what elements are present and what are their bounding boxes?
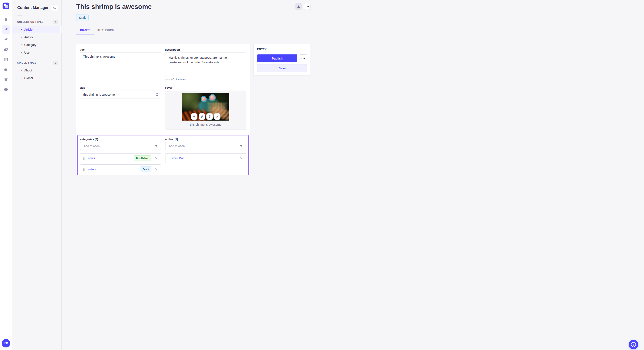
page-more-options-button[interactable] bbox=[304, 3, 310, 10]
sidebar-item-label: Global bbox=[24, 76, 33, 80]
author-field-label: author (1) bbox=[165, 138, 246, 141]
nav-releases-button[interactable] bbox=[2, 35, 10, 44]
link-icon bbox=[200, 115, 204, 118]
relation-row-nature: nature Draft bbox=[80, 164, 161, 174]
remove-relation-button[interactable] bbox=[155, 157, 158, 160]
nav-content-type-builder-button[interactable] bbox=[2, 55, 10, 64]
page-title: This shrimp is awesome bbox=[76, 3, 152, 11]
regenerate-slug-button[interactable] bbox=[154, 91, 160, 98]
search-icon bbox=[53, 6, 56, 9]
search-button[interactable] bbox=[51, 4, 58, 11]
cover-copy-link-button[interactable] bbox=[199, 113, 205, 120]
tab-published[interactable]: PUBLISHED bbox=[94, 27, 118, 34]
status-badge: Draft bbox=[76, 14, 88, 21]
remove-relation-button[interactable] bbox=[155, 168, 158, 171]
cover-delete-button[interactable] bbox=[206, 113, 213, 120]
sidebar-item-label: User bbox=[24, 51, 31, 54]
entry-more-options-button[interactable] bbox=[299, 54, 307, 62]
sidebar-item-label: About bbox=[24, 69, 32, 72]
nav-rail: KD bbox=[0, 0, 12, 175]
ellipsis-icon bbox=[302, 58, 305, 59]
sidebar-divider bbox=[17, 15, 22, 15]
bullet-icon bbox=[21, 78, 22, 78]
drag-handle-icon[interactable] bbox=[84, 157, 85, 160]
slug-input[interactable] bbox=[80, 91, 161, 98]
strapi-logo[interactable] bbox=[2, 2, 9, 9]
author-add-relation-combobox[interactable]: Add relation bbox=[165, 142, 246, 150]
trash-icon bbox=[208, 115, 211, 118]
chevron-down-icon bbox=[240, 146, 242, 147]
rail-nav bbox=[2, 15, 10, 94]
title-input[interactable] bbox=[80, 52, 161, 60]
categories-add-relation-combobox[interactable]: Add relation bbox=[80, 142, 161, 150]
sidebar-item-global[interactable]: Global bbox=[12, 74, 61, 82]
single-types-section: SINGLE TYPES 2 About Global bbox=[12, 61, 61, 82]
nav-marketplace-button[interactable] bbox=[2, 75, 10, 84]
nav-home-button[interactable] bbox=[2, 15, 10, 24]
close-icon bbox=[240, 157, 242, 160]
field-author: author (1) Add relation David Doe bbox=[165, 138, 246, 174]
strapi-logo-glyph bbox=[4, 4, 6, 6]
sidebar-item-about[interactable]: About bbox=[12, 67, 61, 74]
plus-icon bbox=[193, 115, 196, 118]
add-relation-placeholder: Add relation bbox=[169, 144, 185, 148]
drag-handle-icon[interactable] bbox=[84, 168, 85, 171]
nav-deploy-button[interactable] bbox=[2, 65, 10, 74]
pencil-icon bbox=[216, 115, 219, 118]
field-title: title bbox=[80, 48, 161, 81]
entry-panel: ENTRY Publish Save bbox=[254, 44, 310, 75]
field-slug: slug bbox=[80, 86, 161, 130]
content-manager-sidebar: Content Manager COLLECTION TYPES 4 Artic… bbox=[12, 0, 62, 175]
description-hint: max. 80 characters bbox=[165, 78, 246, 81]
add-relation-placeholder: Add relation bbox=[84, 144, 100, 148]
entry-panel-title: ENTRY bbox=[257, 48, 307, 51]
layout-icon bbox=[4, 57, 8, 62]
relation-status-badge: Draft bbox=[140, 167, 151, 172]
sidebar-item-user[interactable]: User bbox=[12, 49, 61, 56]
cover-actions bbox=[191, 113, 220, 120]
collection-types-label: COLLECTION TYPES bbox=[17, 21, 44, 23]
title-field-label: title bbox=[80, 48, 161, 51]
cover-add-button[interactable] bbox=[191, 113, 198, 120]
close-icon bbox=[155, 157, 158, 160]
bullet-icon bbox=[21, 44, 22, 45]
description-field-label: description bbox=[165, 48, 246, 51]
images-icon bbox=[4, 47, 8, 52]
nav-content-manager-button[interactable] bbox=[2, 25, 10, 34]
export-button[interactable] bbox=[295, 3, 302, 10]
sidebar-title: Content Manager bbox=[17, 5, 48, 10]
cover-edit-button[interactable] bbox=[214, 113, 220, 120]
sidebar-item-article[interactable]: Article bbox=[12, 26, 61, 33]
version-tabs: DRAFT PUBLISHED bbox=[76, 27, 310, 34]
sidebar-item-category[interactable]: Category bbox=[12, 41, 61, 49]
relation-link[interactable]: news bbox=[88, 157, 95, 160]
sidebar-item-author[interactable]: Author bbox=[12, 33, 61, 41]
field-cover: cover bbox=[165, 86, 246, 130]
publish-button[interactable]: Publish bbox=[257, 54, 297, 62]
relation-link[interactable]: nature bbox=[88, 168, 96, 171]
nav-settings-button[interactable] bbox=[2, 85, 10, 94]
relations-highlight-group: categories (2) Add relation news Publish… bbox=[77, 135, 249, 175]
cart-icon bbox=[4, 77, 8, 82]
cover-media-card: this-shrimp-is-awesome bbox=[165, 91, 246, 130]
relation-status-badge: Published bbox=[134, 156, 151, 161]
cloud-icon bbox=[4, 67, 8, 72]
remove-relation-button[interactable] bbox=[240, 157, 242, 160]
nav-media-library-button[interactable] bbox=[2, 45, 10, 54]
sidebar-item-label: Category bbox=[24, 43, 36, 47]
rail-logo-section bbox=[0, 0, 12, 12]
sidebar-item-label: Author bbox=[24, 35, 33, 39]
relation-link[interactable]: David Doe bbox=[170, 157, 184, 160]
collection-types-section: COLLECTION TYPES 4 Article Author Catego… bbox=[12, 20, 61, 56]
single-types-label: SINGLE TYPES bbox=[17, 61, 36, 64]
slug-field-label: slug bbox=[80, 86, 161, 89]
chevron-down-icon bbox=[155, 146, 158, 147]
description-textarea[interactable]: Mantis shrimps, or stomatopods, are mari… bbox=[165, 52, 246, 76]
main-content: This shrimp is awesome Draft DRAFT PUBLI… bbox=[62, 0, 322, 175]
sidebar-item-label: Article bbox=[24, 28, 32, 31]
relation-row-david-doe: David Doe bbox=[165, 153, 246, 163]
close-icon bbox=[155, 168, 158, 171]
save-button[interactable]: Save bbox=[257, 64, 307, 72]
bullet-icon bbox=[21, 29, 22, 30]
tab-draft[interactable]: DRAFT bbox=[76, 27, 94, 34]
